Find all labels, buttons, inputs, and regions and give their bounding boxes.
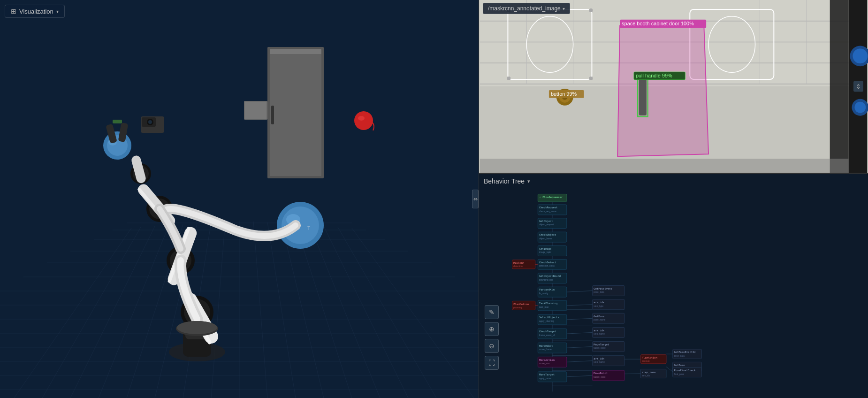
svg-text:frame_event_id: frame_event_id xyxy=(539,334,555,337)
svg-text:MoveTarget: MoveTarget xyxy=(539,373,555,376)
svg-line-215 xyxy=(624,374,640,374)
camera-image-area: space booth cabinet door 100% pull handl… xyxy=(479,0,868,173)
behavior-tree-toolbar: ✎ ⊕ ⊖ ⛶ xyxy=(485,305,499,370)
svg-line-210 xyxy=(567,332,593,334)
svg-text:execute: execute xyxy=(642,360,650,362)
svg-point-91 xyxy=(507,77,510,80)
svg-text:pose_data: pose_data xyxy=(674,355,685,357)
visualization-dropdown-icon[interactable]: ▾ xyxy=(56,9,59,14)
svg-text:MoveRobot: MoveRobot xyxy=(594,372,608,375)
svg-line-213 xyxy=(567,375,593,377)
svg-text:PoseFinalCheck: PoseFinalCheck xyxy=(674,369,696,372)
svg-text:pull handle 99%: pull handle 99% xyxy=(636,73,672,78)
svg-text:GetPose: GetPose xyxy=(674,364,685,367)
svg-text:task_plan: task_plan xyxy=(539,306,549,308)
svg-point-73 xyxy=(177,321,217,334)
behavior-tree-canvas[interactable]: ✓ FlowSequencer CheckRequest check_req_n… xyxy=(503,192,868,398)
svg-text:MoveTarget: MoveTarget xyxy=(594,343,609,346)
panel-icon: ⊞ xyxy=(11,8,16,15)
svg-text:MoveAction: MoveAction xyxy=(539,359,555,361)
bt-edit-button[interactable]: ✎ xyxy=(485,305,499,319)
vertical-resize-handle[interactable]: ⇕ xyxy=(853,81,863,92)
svg-text:arm_idx: arm_idx xyxy=(594,301,605,304)
svg-text:ForwardKin: ForwardKin xyxy=(539,288,555,291)
svg-rect-37 xyxy=(245,102,266,119)
svg-text:pose_name: pose_name xyxy=(594,319,605,321)
camera-feed: /maskrcnn_annotated_image ▾ ⇕ xyxy=(479,0,868,174)
svg-point-38 xyxy=(354,111,373,130)
svg-text:CheckObject: CheckObject xyxy=(539,233,556,237)
right-panel: /maskrcnn_annotated_image ▾ ⇕ xyxy=(479,0,868,398)
svg-text:CheckDetect: CheckDetect xyxy=(539,261,556,264)
svg-text:TaskPlanning: TaskPlanning xyxy=(539,302,558,305)
svg-point-90 xyxy=(589,8,593,12)
zoom-in-icon: ⊕ xyxy=(489,325,495,333)
svg-text:object_request: object_request xyxy=(539,223,554,226)
svg-line-208 xyxy=(567,305,593,306)
main-container: ⊞ Visualization ▾ ⇔ xyxy=(0,0,868,398)
robot-scene-svg: T xyxy=(0,0,479,398)
visualization-header[interactable]: ⊞ Visualization ▾ xyxy=(5,5,65,18)
svg-text:✓ FlowSequencer: ✓ FlowSequencer xyxy=(540,196,563,199)
bt-svg: ✓ FlowSequencer CheckRequest check_req_n… xyxy=(503,192,868,398)
svg-text:apply_planning: apply_planning xyxy=(539,320,555,322)
svg-text:GetPoseEvent: GetPoseEvent xyxy=(594,287,612,290)
svg-rect-112 xyxy=(480,159,849,173)
svg-line-217 xyxy=(666,367,673,372)
svg-text:Maskcnn: Maskcnn xyxy=(513,261,524,264)
camera-view-svg: space booth cabinet door 100% pull handl… xyxy=(479,0,868,173)
svg-rect-111 xyxy=(830,0,849,173)
svg-text:step_name: step_name xyxy=(594,333,605,335)
camera-feed-header[interactable]: /maskrcnn_annotated_image ▾ xyxy=(483,3,570,14)
svg-rect-35 xyxy=(270,49,321,54)
svg-text:bounding_box: bounding_box xyxy=(539,279,554,281)
svg-line-212 xyxy=(567,361,593,362)
svg-text:step_type: step_type xyxy=(594,305,603,307)
visualization-title: Visualization xyxy=(19,8,53,15)
svg-rect-33 xyxy=(270,49,321,176)
svg-point-92 xyxy=(589,77,593,80)
camera-dropdown-icon[interactable]: ▾ xyxy=(563,6,565,11)
svg-text:target_exec: target_exec xyxy=(594,376,606,378)
svg-point-71 xyxy=(148,120,152,124)
svg-text:detection: detection xyxy=(513,265,523,268)
svg-text:step_name: step_name xyxy=(594,361,605,363)
svg-text:move_frame: move_frame xyxy=(539,348,552,351)
svg-text:final_pose: final_pose xyxy=(674,373,684,375)
behavior-tree-header: Behavior Tree ▾ xyxy=(484,177,530,185)
svg-text:PlanAction: PlanAction xyxy=(642,356,657,359)
svg-text:MoveRobot: MoveRobot xyxy=(539,344,553,347)
svg-text:apply_move: apply_move xyxy=(539,377,551,380)
svg-text:GetPose: GetPose xyxy=(594,315,604,318)
svg-point-39 xyxy=(358,116,365,121)
svg-rect-95 xyxy=(639,76,647,115)
svg-text:move_arm: move_arm xyxy=(539,362,550,365)
svg-rect-67 xyxy=(113,120,122,123)
svg-text:SelectObjects: SelectObjects xyxy=(539,316,559,319)
svg-text:image_topic: image_topic xyxy=(539,251,551,253)
left-panel: ⊞ Visualization ▾ ⇔ xyxy=(0,0,479,398)
svg-point-108 xyxy=(853,48,868,63)
svg-text:detection_class: detection_class xyxy=(539,265,555,267)
svg-text:pose_data: pose_data xyxy=(594,291,604,293)
svg-text:check_req_name: check_req_name xyxy=(539,210,556,213)
behavior-tree-panel: Behavior Tree ▾ ✎ ⊕ ⊖ ⛶ xyxy=(479,174,868,398)
svg-text:space booth cabinet door 100%: space booth cabinet door 100% xyxy=(622,21,694,26)
bt-zoom-in-button[interactable]: ⊕ xyxy=(485,322,499,336)
zoom-out-icon: ⊖ xyxy=(489,342,495,350)
svg-text:GetObjectBound: GetObjectBound xyxy=(539,275,561,278)
svg-line-211 xyxy=(567,347,593,348)
left-panel-resize-handle[interactable]: ⇔ xyxy=(472,190,479,208)
svg-text:GetPoseEventId: GetPoseEventId xyxy=(674,351,695,353)
svg-text:arm_idx: arm_idx xyxy=(594,357,605,360)
svg-text:step_name: step_name xyxy=(642,371,656,374)
svg-text:button 99%: button 99% xyxy=(551,91,577,97)
bt-zoom-out-button[interactable]: ⊖ xyxy=(485,339,499,353)
svg-text:CheckRequest: CheckRequest xyxy=(539,206,558,209)
svg-text:fk_config: fk_config xyxy=(539,292,548,295)
behavior-tree-dropdown-icon[interactable]: ▾ xyxy=(527,178,530,184)
svg-text:GetImage: GetImage xyxy=(539,247,551,251)
svg-text:GetObject: GetObject xyxy=(539,220,553,223)
bt-fit-button[interactable]: ⛶ xyxy=(485,356,499,370)
svg-rect-34 xyxy=(271,106,274,124)
